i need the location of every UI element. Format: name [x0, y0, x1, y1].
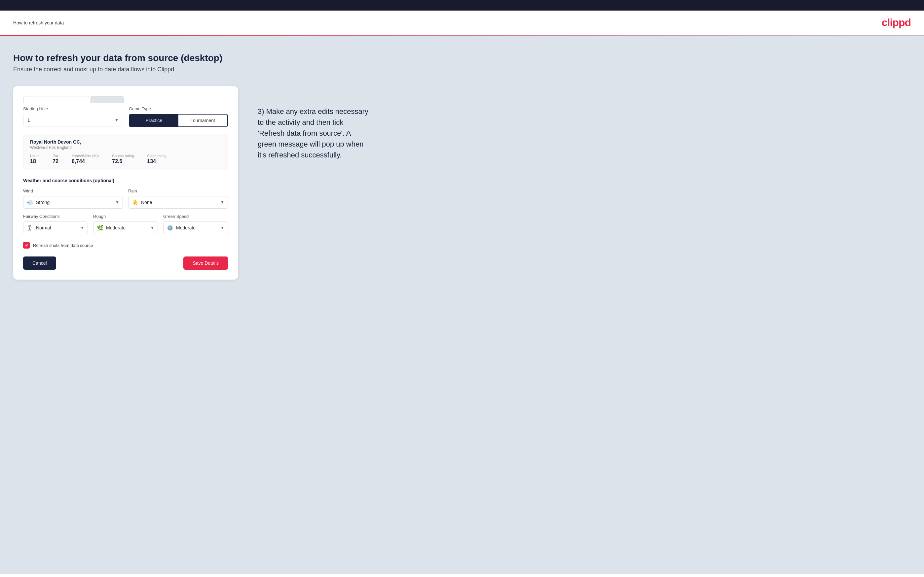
- rough-group: Rough 🌿 Moderate Light Heavy ▼: [93, 214, 158, 234]
- button-row: Cancel Save Details: [23, 256, 228, 270]
- course-location: Westward Ho!, England: [30, 145, 221, 150]
- game-type-label: Game Type: [129, 106, 228, 111]
- header-title: How to refresh your data: [13, 20, 64, 26]
- rough-select[interactable]: Moderate Light Heavy: [106, 222, 154, 234]
- green-speed-label: Green Speed: [163, 214, 228, 219]
- save-button[interactable]: Save Details: [183, 256, 228, 270]
- refresh-checkbox[interactable]: ✓: [23, 242, 30, 248]
- yards-label: Yards/White (M)): [72, 154, 99, 158]
- starting-hole-label: Starting Hole: [23, 106, 122, 111]
- fairway-label: Fairway Conditions: [23, 214, 88, 219]
- panel-tabs: [23, 96, 228, 103]
- yards-stat: Yards/White (M)) 6,744: [72, 154, 99, 164]
- wind-rain-row: Wind 💨 Strong Light None ▼ Rain: [23, 189, 228, 209]
- par-value: 72: [53, 158, 58, 164]
- fairway-icon: 🏌️: [27, 225, 33, 231]
- slope-rating-stat: Slope rating 134: [147, 154, 166, 164]
- game-type-group: Game Type Practice Tournament: [129, 106, 228, 127]
- side-text-content: 3) Make any extra edits necessary to the…: [258, 106, 370, 160]
- fairway-rough-green-row: Fairway Conditions 🏌️ Normal Soft Hard ▼: [23, 214, 228, 234]
- header: How to refresh your data clippd: [0, 11, 924, 35]
- holes-value: 18: [30, 158, 39, 164]
- course-name: Royal North Devon GC,: [30, 139, 221, 145]
- rain-icon: ☀️: [132, 199, 139, 206]
- cancel-button[interactable]: Cancel: [23, 256, 56, 270]
- course-rating-label: Course rating: [112, 154, 134, 158]
- par-label: Par: [53, 154, 58, 158]
- refresh-checkbox-label: Refresh shots from data source: [33, 243, 93, 248]
- tab-1[interactable]: [23, 96, 89, 103]
- page-subheading: Ensure the correct and most up to date d…: [13, 66, 911, 73]
- green-speed-select-wrapper: ⚙️ Moderate Slow Fast ▼: [163, 221, 228, 234]
- footer: Copyright Clippd 2022: [0, 574, 924, 577]
- holes-label: Holes: [30, 154, 39, 158]
- wind-group: Wind 💨 Strong Light None ▼: [23, 189, 123, 209]
- green-speed-select[interactable]: Moderate Slow Fast: [176, 222, 224, 234]
- page-heading: How to refresh your data from source (de…: [13, 53, 911, 63]
- rough-select-wrapper: 🌿 Moderate Light Heavy ▼: [93, 221, 158, 234]
- refresh-checkbox-row: ✓ Refresh shots from data source: [23, 242, 228, 248]
- course-card: Royal North Devon GC, Westward Ho!, Engl…: [23, 134, 228, 170]
- rain-label: Rain: [128, 189, 228, 193]
- wind-icon: 💨: [27, 199, 33, 206]
- starting-hole-select-wrapper: 1 10 ▼: [23, 114, 122, 126]
- starting-hole-select[interactable]: 1 10: [23, 114, 122, 126]
- checkmark-icon: ✓: [25, 243, 28, 248]
- green-speed-icon: ⚙️: [167, 225, 173, 231]
- fairway-select[interactable]: Normal Soft Hard: [36, 222, 84, 234]
- wind-select[interactable]: Strong Light None: [36, 197, 119, 208]
- yards-value: 6,744: [72, 158, 99, 164]
- side-text: 3) Make any extra edits necessary to the…: [258, 86, 370, 160]
- rain-group: Rain ☀️ None Light Heavy ▼: [128, 189, 228, 209]
- slope-rating-label: Slope rating: [147, 154, 166, 158]
- rough-icon: 🌿: [97, 225, 103, 231]
- starting-hole-group: Starting Hole 1 10 ▼: [23, 106, 122, 127]
- rough-label: Rough: [93, 214, 158, 219]
- holes-stat: Holes 18: [30, 154, 39, 164]
- tournament-button[interactable]: Tournament: [178, 114, 227, 126]
- game-type-toggle: Practice Tournament: [129, 114, 228, 127]
- fairway-group: Fairway Conditions 🏌️ Normal Soft Hard ▼: [23, 214, 88, 234]
- par-stat: Par 72: [53, 154, 58, 164]
- weather-section-title: Weather and course conditions (optional): [23, 178, 228, 183]
- starting-hole-game-type-row: Starting Hole 1 10 ▼ Game Type Practice …: [23, 106, 228, 127]
- course-stats: Holes 18 Par 72 Yards/White (M)) 6,744 C…: [30, 154, 221, 164]
- main-content: How to refresh your data from source (de…: [0, 36, 924, 574]
- slope-rating-value: 134: [147, 158, 166, 164]
- rain-select-wrapper: ☀️ None Light Heavy ▼: [128, 196, 228, 209]
- wind-select-wrapper: 💨 Strong Light None ▼: [23, 196, 123, 209]
- tab-2[interactable]: [90, 96, 124, 103]
- practice-button[interactable]: Practice: [129, 114, 178, 126]
- top-bar: [0, 0, 924, 11]
- course-rating-value: 72.5: [112, 158, 134, 164]
- fairway-select-wrapper: 🏌️ Normal Soft Hard ▼: [23, 221, 88, 234]
- logo: clippd: [882, 16, 911, 29]
- wind-label: Wind: [23, 189, 123, 193]
- course-rating-stat: Course rating 72.5: [112, 154, 134, 164]
- weather-section: Weather and course conditions (optional)…: [23, 178, 228, 234]
- green-speed-group: Green Speed ⚙️ Moderate Slow Fast ▼: [163, 214, 228, 234]
- rain-select[interactable]: None Light Heavy: [141, 197, 224, 208]
- content-layout: Starting Hole 1 10 ▼ Game Type Practice …: [13, 86, 911, 280]
- form-panel: Starting Hole 1 10 ▼ Game Type Practice …: [13, 86, 238, 280]
